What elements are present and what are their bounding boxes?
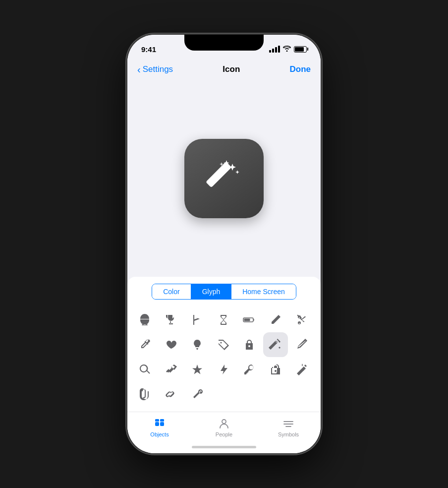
grid-icon-pencil[interactable]: [263, 307, 288, 332]
svg-rect-4: [155, 422, 159, 426]
icons-grid: [127, 305, 321, 412]
svg-rect-2: [244, 319, 250, 321]
segment-control-container: Color Glyph Home Screen: [127, 277, 321, 305]
segment-glyph[interactable]: Glyph: [191, 284, 232, 299]
tab-objects[interactable]: Objects: [127, 417, 192, 437]
segment-control: Color Glyph Home Screen: [152, 284, 296, 300]
segment-homescreen[interactable]: Home Screen: [231, 284, 296, 299]
icon-preview-area: [127, 80, 321, 277]
grid-icon-wand2[interactable]: [289, 357, 314, 382]
chevron-left-icon: ‹: [137, 64, 141, 74]
home-bar: [192, 446, 256, 448]
grid-icon-key[interactable]: [237, 357, 262, 382]
grid-icon-hammer[interactable]: [159, 357, 183, 382]
page-title: Icon: [223, 64, 240, 74]
grid-icon-lightbulb[interactable]: [185, 332, 210, 357]
svg-rect-5: [160, 422, 164, 426]
grid-icon-pencil2[interactable]: [289, 332, 314, 357]
status-time: 9:41: [141, 45, 156, 54]
wand-icon: [199, 154, 249, 203]
grid-icon-eyedropper[interactable]: [132, 332, 157, 357]
objects-tab-label: Objects: [150, 431, 168, 437]
grid-icon-link[interactable]: [159, 382, 183, 407]
symbols-icon: [282, 417, 295, 430]
done-button[interactable]: Done: [290, 64, 311, 74]
grid-icon-flag[interactable]: [185, 307, 210, 332]
grid-icon-hourglass[interactable]: [211, 307, 236, 332]
home-indicator: [127, 440, 321, 453]
grid-icon-star[interactable]: [185, 357, 210, 382]
people-tab-label: People: [216, 431, 232, 437]
grid-icon-lightning[interactable]: [211, 357, 236, 382]
grid-icon-lock[interactable]: [237, 332, 262, 357]
svg-rect-6: [155, 419, 159, 422]
segment-color[interactable]: Color: [152, 284, 191, 299]
back-label: Settings: [143, 64, 173, 74]
people-icon: [218, 417, 230, 430]
tab-people[interactable]: People: [192, 417, 256, 437]
svg-point-8: [222, 420, 226, 424]
svg-rect-0: [206, 162, 231, 187]
grid-icon-paperclip[interactable]: [132, 382, 157, 407]
grid-icon-food[interactable]: [132, 307, 157, 332]
grid-icon-battery[interactable]: [237, 307, 262, 332]
signal-bars-icon: [269, 46, 280, 53]
grid-icon-unlock[interactable]: [263, 357, 288, 382]
grid-icon-search[interactable]: [132, 357, 157, 382]
svg-rect-3: [253, 319, 254, 321]
battery-icon: [294, 46, 307, 53]
svg-rect-7: [160, 419, 164, 422]
tab-symbols[interactable]: Symbols: [256, 417, 321, 437]
wifi-icon: [283, 45, 291, 53]
grid-icon-heart[interactable]: [159, 332, 183, 357]
bottom-panel: Color Glyph Home Screen: [127, 277, 321, 453]
grid-icon-tag[interactable]: [211, 332, 236, 357]
navigation-bar: ‹ Settings Icon Done: [127, 59, 321, 80]
grid-icon-trophy[interactable]: [159, 307, 183, 332]
app-icon-preview: [184, 139, 264, 218]
grid-icon-wrench[interactable]: [185, 382, 210, 407]
symbols-tab-label: Symbols: [278, 431, 299, 437]
objects-icon: [153, 417, 166, 430]
back-button[interactable]: ‹ Settings: [137, 64, 173, 74]
grid-icon-magic-wand[interactable]: [263, 332, 288, 357]
bottom-tab-bar: Objects People: [127, 412, 321, 440]
grid-icon-scissors[interactable]: [289, 307, 314, 332]
status-icons: [269, 45, 307, 53]
